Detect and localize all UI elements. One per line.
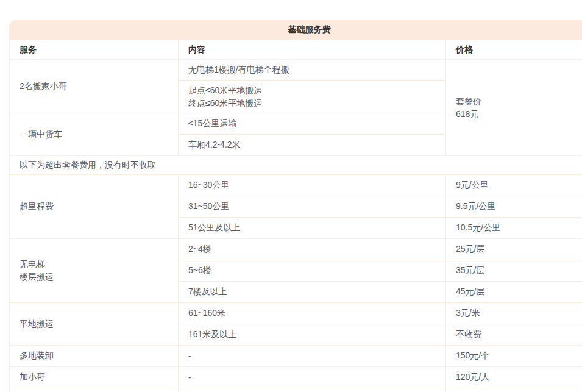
content-cell: - xyxy=(179,367,446,388)
base-fee-table: 服务 内容 价格 2名搬家小哥 无电梯1楼搬/有电梯全程搬 套餐价 618元 起… xyxy=(9,40,582,392)
price-cell: 45元/层 xyxy=(446,282,582,303)
content-cell: 2~4楼 xyxy=(179,239,446,260)
header-row: 服务 内容 价格 xyxy=(10,40,582,60)
price-cell-package: 套餐价 618元 xyxy=(446,60,582,156)
column-header-content: 内容 xyxy=(179,40,446,60)
service-cell-truck: 一辆中货车 xyxy=(10,113,179,156)
table-row: 多地装卸 - 150元/个 xyxy=(10,346,582,367)
stub-cell xyxy=(446,388,582,392)
package-price-label: 套餐价 xyxy=(456,95,582,108)
price-cell: 9元/公里 xyxy=(446,175,582,196)
service-line: 楼层搬运 xyxy=(20,271,173,283)
content-cell: 51公里及以上 xyxy=(179,218,446,239)
table-row: 加小哥 - 120元/人 xyxy=(10,367,582,388)
price-cell: 150元/个 xyxy=(446,346,582,367)
package-price-value: 618元 xyxy=(456,108,582,121)
service-line: 无电梯 xyxy=(20,258,173,271)
base-fee-table-card: 基础服务费 服务 内容 价格 2名搬家小哥 无电梯1楼搬/有电梯全程搬 套餐价 … xyxy=(9,20,582,392)
content-cell: 车厢4.2-4.2米 xyxy=(179,135,446,156)
price-cell: 25元/层 xyxy=(446,239,582,260)
column-header-price: 价格 xyxy=(446,40,582,60)
cut-off-row xyxy=(10,388,582,392)
content-cell: 61~160米 xyxy=(179,303,446,324)
service-cell-extra-mover: 加小哥 xyxy=(10,367,179,388)
table-row: 无电梯 楼层搬运 2~4楼 25元/层 xyxy=(10,239,582,260)
column-header-service: 服务 xyxy=(10,40,179,60)
extra-fee-banner: 以下为超出套餐费用，没有时不收取 xyxy=(10,156,582,175)
content-cell: 起点≤60米平地搬运 终点≤60米平地搬运 xyxy=(179,81,446,113)
service-cell-mileage: 超里程费 xyxy=(10,175,179,239)
table-row: 平地搬运 61~160米 3元/米 xyxy=(10,303,582,324)
price-cell: 35元/层 xyxy=(446,260,582,282)
price-cell: 10.5元/公里 xyxy=(446,218,582,239)
content-cell: 31~50公里 xyxy=(179,196,446,218)
price-cell: 不收费 xyxy=(446,324,582,346)
table-row: 2名搬家小哥 无电梯1楼搬/有电梯全程搬 套餐价 618元 xyxy=(10,60,582,81)
service-cell-movers: 2名搬家小哥 xyxy=(10,60,179,113)
stub-cell xyxy=(179,388,446,392)
service-cell-flat: 平地搬运 xyxy=(10,303,179,346)
content-cell: 7楼及以上 xyxy=(179,282,446,303)
content-cell: 161米及以上 xyxy=(179,324,446,346)
content-line: 终点≤60米平地搬运 xyxy=(188,97,441,110)
content-cell: 5~6楼 xyxy=(179,260,446,282)
service-cell-stairs: 无电梯 楼层搬运 xyxy=(10,239,179,303)
content-cell: - xyxy=(179,346,446,367)
price-cell: 3元/米 xyxy=(446,303,582,324)
content-cell: 16~30公里 xyxy=(179,175,446,196)
stub-cell xyxy=(10,388,179,392)
banner-row: 以下为超出套餐费用，没有时不收取 xyxy=(10,156,582,175)
price-cell: 9.5元/公里 xyxy=(446,196,582,218)
price-cell: 120元/人 xyxy=(446,367,582,388)
content-line: 起点≤60米平地搬运 xyxy=(188,84,441,97)
content-cell: ≤15公里运输 xyxy=(179,113,446,135)
service-cell-multi-stop: 多地装卸 xyxy=(10,346,179,367)
table-title: 基础服务费 xyxy=(9,20,582,40)
table-row: 超里程费 16~30公里 9元/公里 xyxy=(10,175,582,196)
content-cell: 无电梯1楼搬/有电梯全程搬 xyxy=(179,60,446,81)
